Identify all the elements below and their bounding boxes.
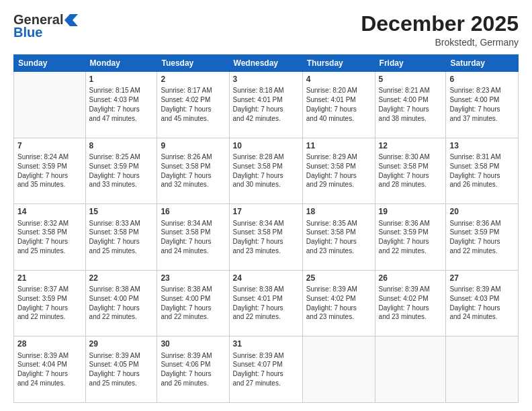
calendar-cell: 23Sunrise: 8:38 AM Sunset: 4:00 PM Dayli… [157,270,229,336]
calendar-cell: 13Sunrise: 8:31 AM Sunset: 3:58 PM Dayli… [446,138,519,204]
cell-content: Sunrise: 8:37 AM Sunset: 3:59 PM Dayligh… [17,285,82,322]
calendar-cell: 25Sunrise: 8:39 AM Sunset: 4:02 PM Dayli… [302,270,375,336]
calendar-cell: 26Sunrise: 8:39 AM Sunset: 4:02 PM Dayli… [375,270,446,336]
cell-content: Sunrise: 8:36 AM Sunset: 3:59 PM Dayligh… [449,219,515,256]
col-thursday: Thursday [302,55,375,72]
day-number: 15 [89,206,154,217]
calendar-cell: 30Sunrise: 8:39 AM Sunset: 4:06 PM Dayli… [157,336,229,403]
calendar-cell: 31Sunrise: 8:39 AM Sunset: 4:07 PM Dayli… [229,336,302,403]
calendar-cell: 27Sunrise: 8:39 AM Sunset: 4:03 PM Dayli… [446,270,519,336]
week-row-3: 14Sunrise: 8:32 AM Sunset: 3:58 PM Dayli… [14,204,519,271]
day-number: 29 [89,338,154,349]
col-sunday: Sunday [14,55,86,72]
calendar-cell [14,72,86,138]
day-number: 11 [306,140,371,151]
calendar-cell: 5Sunrise: 8:21 AM Sunset: 4:00 PM Daylig… [375,72,446,138]
cell-content: Sunrise: 8:39 AM Sunset: 4:06 PM Dayligh… [161,351,225,388]
cell-content: Sunrise: 8:15 AM Sunset: 4:03 PM Dayligh… [89,86,154,123]
month-title: December 2025 [361,12,519,36]
day-number: 19 [379,206,443,217]
cell-content: Sunrise: 8:31 AM Sunset: 3:58 PM Dayligh… [449,152,515,189]
week-row-2: 7Sunrise: 8:24 AM Sunset: 3:59 PM Daylig… [14,138,519,204]
col-friday: Friday [375,55,446,72]
cell-content: Sunrise: 8:35 AM Sunset: 3:58 PM Dayligh… [306,219,371,256]
day-number: 2 [161,74,225,85]
calendar-cell: 28Sunrise: 8:39 AM Sunset: 4:04 PM Dayli… [14,336,86,403]
cell-content: Sunrise: 8:34 AM Sunset: 3:58 PM Dayligh… [233,219,299,256]
calendar-table: Sunday Monday Tuesday Wednesday Thursday… [13,54,519,403]
day-number: 12 [379,140,443,151]
day-number: 20 [449,206,515,217]
calendar-cell: 15Sunrise: 8:33 AM Sunset: 3:58 PM Dayli… [85,204,157,271]
cell-content: Sunrise: 8:39 AM Sunset: 4:03 PM Dayligh… [449,285,515,322]
cell-content: Sunrise: 8:39 AM Sunset: 4:02 PM Dayligh… [379,285,443,322]
logo-flag-icon [64,13,79,28]
day-number: 13 [449,140,515,151]
day-number: 8 [89,140,154,151]
day-number: 18 [306,206,371,217]
cell-content: Sunrise: 8:32 AM Sunset: 3:58 PM Dayligh… [17,219,82,256]
cell-content: Sunrise: 8:17 AM Sunset: 4:02 PM Dayligh… [161,86,225,123]
cell-content: Sunrise: 8:33 AM Sunset: 3:58 PM Dayligh… [89,219,154,256]
svg-marker-0 [64,14,78,26]
cell-content: Sunrise: 8:25 AM Sunset: 3:59 PM Dayligh… [89,152,154,189]
calendar-cell: 19Sunrise: 8:36 AM Sunset: 3:59 PM Dayli… [375,204,446,271]
cell-content: Sunrise: 8:28 AM Sunset: 3:58 PM Dayligh… [233,152,299,189]
calendar-header: Sunday Monday Tuesday Wednesday Thursday… [14,55,519,72]
cell-content: Sunrise: 8:38 AM Sunset: 4:00 PM Dayligh… [89,285,154,322]
calendar-cell: 21Sunrise: 8:37 AM Sunset: 3:59 PM Dayli… [14,270,86,336]
week-row-5: 28Sunrise: 8:39 AM Sunset: 4:04 PM Dayli… [14,336,519,403]
calendar-cell: 1Sunrise: 8:15 AM Sunset: 4:03 PM Daylig… [85,72,157,138]
calendar-cell: 16Sunrise: 8:34 AM Sunset: 3:58 PM Dayli… [157,204,229,271]
cell-content: Sunrise: 8:23 AM Sunset: 4:00 PM Dayligh… [449,86,515,123]
calendar-cell [302,336,375,403]
day-number: 25 [306,273,371,283]
cell-content: Sunrise: 8:24 AM Sunset: 3:59 PM Dayligh… [17,152,82,189]
day-number: 21 [17,273,82,283]
calendar-cell: 14Sunrise: 8:32 AM Sunset: 3:58 PM Dayli… [14,204,86,271]
col-tuesday: Tuesday [157,55,229,72]
calendar-cell: 12Sunrise: 8:30 AM Sunset: 3:58 PM Dayli… [375,138,446,204]
calendar-cell: 8Sunrise: 8:25 AM Sunset: 3:59 PM Daylig… [85,138,157,204]
calendar-cell: 4Sunrise: 8:20 AM Sunset: 4:01 PM Daylig… [302,72,375,138]
cell-content: Sunrise: 8:26 AM Sunset: 3:58 PM Dayligh… [161,152,225,189]
calendar-cell: 3Sunrise: 8:18 AM Sunset: 4:01 PM Daylig… [229,72,302,138]
cell-content: Sunrise: 8:29 AM Sunset: 3:58 PM Dayligh… [306,152,371,189]
calendar-cell: 22Sunrise: 8:38 AM Sunset: 4:00 PM Dayli… [85,270,157,336]
day-number: 26 [379,273,443,283]
calendar-cell [446,336,519,403]
day-number: 17 [233,206,299,217]
calendar-cell: 2Sunrise: 8:17 AM Sunset: 4:02 PM Daylig… [157,72,229,138]
day-number: 1 [89,74,154,85]
calendar-cell: 7Sunrise: 8:24 AM Sunset: 3:59 PM Daylig… [14,138,86,204]
day-number: 6 [449,74,515,85]
day-number: 28 [17,338,82,349]
day-number: 16 [161,206,225,217]
calendar-cell: 29Sunrise: 8:39 AM Sunset: 4:05 PM Dayli… [85,336,157,403]
day-number: 4 [306,74,371,85]
cell-content: Sunrise: 8:38 AM Sunset: 4:01 PM Dayligh… [233,285,299,322]
day-number: 22 [89,273,154,283]
location: Brokstedt, Germany [361,37,519,48]
calendar-cell: 6Sunrise: 8:23 AM Sunset: 4:00 PM Daylig… [446,72,519,138]
cell-content: Sunrise: 8:34 AM Sunset: 3:58 PM Dayligh… [161,219,225,256]
cell-content: Sunrise: 8:39 AM Sunset: 4:04 PM Dayligh… [17,351,82,388]
calendar-cell: 24Sunrise: 8:38 AM Sunset: 4:01 PM Dayli… [229,270,302,336]
week-row-4: 21Sunrise: 8:37 AM Sunset: 3:59 PM Dayli… [14,270,519,336]
calendar-body: 1Sunrise: 8:15 AM Sunset: 4:03 PM Daylig… [14,72,519,403]
header: General Blue December 2025 Brokstedt, Ge… [13,12,519,48]
day-number: 14 [17,206,82,217]
day-number: 10 [233,140,299,151]
week-row-1: 1Sunrise: 8:15 AM Sunset: 4:03 PM Daylig… [14,72,519,138]
calendar-cell: 17Sunrise: 8:34 AM Sunset: 3:58 PM Dayli… [229,204,302,271]
col-saturday: Saturday [446,55,519,72]
cell-content: Sunrise: 8:30 AM Sunset: 3:58 PM Dayligh… [379,152,443,189]
calendar-cell: 11Sunrise: 8:29 AM Sunset: 3:58 PM Dayli… [302,138,375,204]
title-block: December 2025 Brokstedt, Germany [361,12,519,48]
calendar-cell: 10Sunrise: 8:28 AM Sunset: 3:58 PM Dayli… [229,138,302,204]
day-number: 31 [233,338,299,349]
header-row: Sunday Monday Tuesday Wednesday Thursday… [14,55,519,72]
cell-content: Sunrise: 8:20 AM Sunset: 4:01 PM Dayligh… [306,86,371,123]
page: General Blue December 2025 Brokstedt, Ge… [0,0,532,411]
calendar-cell [375,336,446,403]
